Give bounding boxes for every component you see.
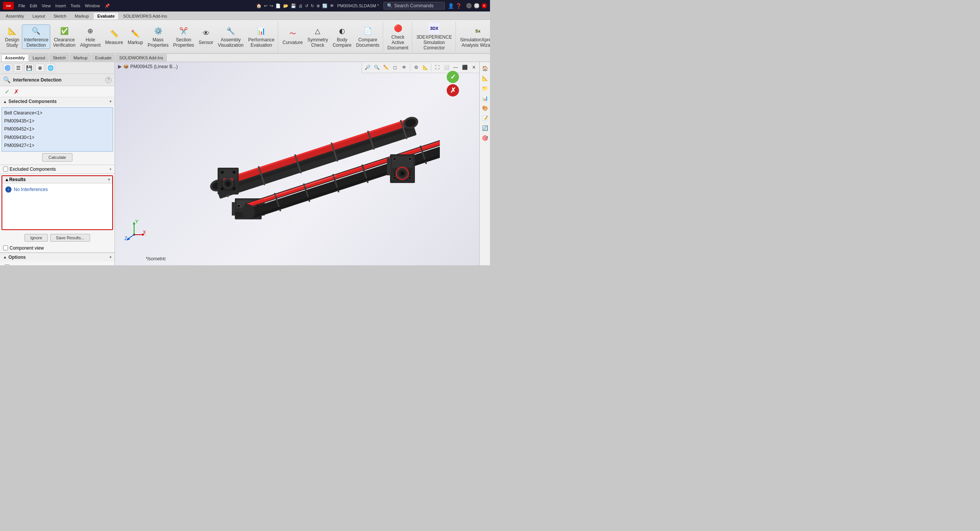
tb-view[interactable]: 👁 [330,3,334,8]
measure-btn[interactable]: 📏 Measure [103,25,125,49]
help-icon[interactable]: ❓ [456,3,462,9]
vp-restore-btn[interactable]: ⬛ [461,63,469,72]
panel-config-btn[interactable]: ⊕ [35,64,44,72]
component-view-checkbox[interactable] [3,245,8,250]
tb-redo[interactable]: ↻ [311,3,314,8]
vp-settings-btn[interactable]: ⚙ [412,63,420,72]
cmd-tab-markup[interactable]: Markup [70,54,91,61]
tb-home[interactable]: 🏠 [256,3,262,8]
tb-back[interactable]: ↩ [264,3,267,8]
menu-pin[interactable]: 📌 [105,3,110,8]
options-header[interactable]: ▲ Options ▾ [0,253,115,261]
tab-assembly[interactable]: Assembly [2,12,28,20]
tb-forward[interactable]: ↪ [270,3,273,8]
3dexperience-btn[interactable]: 3DX 3DEXPERIENCESimulationConnector [415,22,454,52]
rs-target-btn[interactable]: 🎯 [480,133,490,142]
tb-select[interactable]: ⊕ [316,3,320,8]
tab-markup[interactable]: Markup [70,12,93,20]
panel-displaymgr-btn[interactable]: 🌐 [46,64,55,72]
menu-edit[interactable]: Edit [30,3,37,8]
vp-fullscreen-btn[interactable]: ⛶ [433,63,441,72]
tb-rotate[interactable]: 🔄 [322,3,328,8]
vp-section-btn[interactable]: ✏️ [382,63,390,72]
vp-close-btn[interactable]: ✕ [470,63,478,72]
vp-display-btn[interactable]: ◻ [391,63,399,72]
hole-alignment-btn[interactable]: ⊕ HoleAlignment [78,25,102,49]
panel-home-btn[interactable]: 🌀 [3,64,12,72]
menu-window[interactable]: Window [85,3,100,8]
symmetry-check-btn[interactable]: △ SymmetryCheck [305,25,330,49]
check-active-doc-btn[interactable]: 🔴 Check ActiveDocument [385,22,410,52]
calculate-button[interactable]: Calculate [42,153,73,162]
tb-undo[interactable]: ↺ [305,3,308,8]
panel-header: 🌀 ☰ 💾 ⊕ 🌐 [0,62,115,74]
close-button[interactable]: ✕ [482,3,487,8]
cmd-tab-sketch[interactable]: Sketch [49,54,69,61]
rs-files-btn[interactable]: 📁 [480,83,490,93]
menu-tools[interactable]: Tools [70,3,80,8]
rs-display-btn[interactable]: 📊 [480,93,490,103]
rs-featuretree-btn[interactable]: 📐 [480,74,490,83]
menu-insert[interactable]: Insert [55,3,66,8]
maximize-button[interactable]: ⬜ [474,3,479,8]
cmd-tab-layout[interactable]: Layout [29,54,49,61]
float-ok-button[interactable]: ✓ [447,71,459,83]
tb-open[interactable]: 📂 [283,3,288,8]
svg-point-20 [233,171,236,174]
user-icon[interactable]: 👤 [448,3,454,9]
menu-file[interactable]: File [18,3,25,8]
compare-docs-btn[interactable]: 📄 CompareDocuments [354,25,382,49]
tb-new[interactable]: 📄 [275,3,281,8]
rs-report-btn[interactable]: 📝 [480,113,490,123]
rs-color-btn[interactable]: 🎨 [480,103,490,113]
assembly-vis-btn[interactable]: 🔧 AssemblyVisualization [216,25,246,49]
svg-rect-31 [232,202,235,216]
tab-addins[interactable]: SOLIDWORKS Add-Ins [119,12,171,20]
vp-config-btn[interactable]: 📐 [421,63,429,72]
interference-panel-titlebar: 🔍 Interference Detection ? [0,74,115,86]
tb-save[interactable]: 💾 [291,3,296,8]
search-icon: 🔍 [387,3,393,8]
curvature-btn[interactable]: 〜 Curvature [280,25,305,49]
excluded-checkbox[interactable] [3,167,8,172]
interference-detection-btn[interactable]: 🔍 InterferenceDetection [22,25,50,49]
svg-point-29 [237,204,240,207]
tab-layout[interactable]: Layout [28,12,49,20]
vp-zoom-btn[interactable]: 🔍 [372,63,381,72]
clearance-verification-btn[interactable]: ✅ ClearanceVerification [51,25,77,49]
section-properties-btn[interactable]: ✂️ SectionProperties [171,25,196,49]
markup-btn[interactable]: ✏️ Markup [126,25,145,49]
minimize-button[interactable]: — [466,3,472,8]
sensor-btn[interactable]: 👁 Sensor [197,25,215,49]
simulationxpress-btn[interactable]: Sx SimulationXpressAnalysis Wizard [458,25,490,49]
performance-eval-btn[interactable]: 📊 PerformanceEvaluation [246,25,277,49]
mass-properties-btn[interactable]: ⚙️ MassProperties [146,25,170,49]
float-cancel-button[interactable]: ✗ [447,84,459,96]
viewport[interactable]: ▶ 📦 PM009425 (Linear B...) 🔎 🔍 ✏️ ◻ 👁 ⚙ … [115,62,479,265]
save-results-button[interactable]: Save Results... [50,234,90,242]
ignore-button[interactable]: Ignore [25,234,48,242]
tab-sketch[interactable]: Sketch [49,12,71,20]
cmd-tab-addins[interactable]: SOLIDWORKS Add-Ins [116,54,167,61]
interference-help-btn[interactable]: ? [105,77,111,83]
cmd-tab-evaluate[interactable]: Evaluate [92,54,115,61]
confirm-action-btn[interactable]: ✓ [3,88,11,95]
menu-view[interactable]: View [42,3,51,8]
vp-search-btn[interactable]: 🔎 [363,63,372,72]
rs-home-btn[interactable]: 🏠 [480,64,490,73]
rs-sync-btn[interactable]: 🔄 [480,123,490,132]
vp-view-btn[interactable]: 👁 [400,63,408,72]
panel-save-btn[interactable]: 💾 [25,64,34,72]
cmd-tab-assembly[interactable]: Assembly [2,54,28,61]
tb-print[interactable]: 🖨 [298,3,303,8]
cancel-action-btn[interactable]: ✗ [12,88,20,95]
ribbon-group-3dex: 3DX 3DEXPERIENCESimulationConnector [413,21,456,52]
option-coincidence-checkbox[interactable] [5,265,10,265]
panel-featuretree-btn[interactable]: ☰ [14,64,23,72]
search-box[interactable]: 🔍 Search Commands [383,2,445,10]
body-compare-btn[interactable]: ◐ BodyCompare [331,25,353,49]
design-study-btn[interactable]: 📐 DesignStudy [3,25,21,49]
sensor-icon: 👁 [201,28,211,39]
selected-components-header[interactable]: ▲ Selected Components ▾ [0,97,115,106]
tab-evaluate[interactable]: Evaluate [93,12,119,20]
